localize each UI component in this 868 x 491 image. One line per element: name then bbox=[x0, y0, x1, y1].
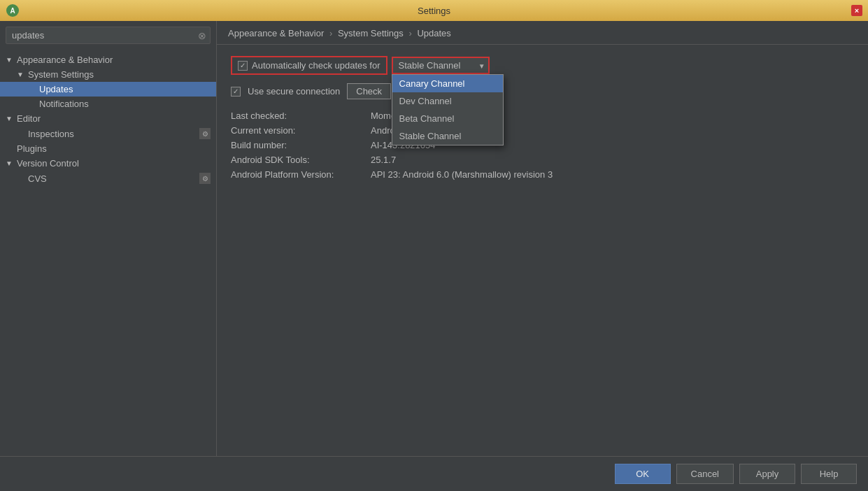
channel-dropdown-menu: Canary Channel Dev Channel Beta Channel … bbox=[392, 74, 504, 145]
app-logo: A bbox=[6, 3, 20, 17]
search-box: ⊗ bbox=[6, 27, 211, 44]
breadcrumb-part-1: System Settings bbox=[338, 28, 404, 38]
content-body: Automatically check updates for Canary C… bbox=[217, 45, 868, 456]
dropdown-option-dev[interactable]: Dev Channel bbox=[392, 92, 503, 110]
sidebar-item-system-settings[interactable]: ▼ System Settings bbox=[0, 67, 216, 82]
sidebar-item-label-vc: Version Control bbox=[17, 158, 79, 169]
content-area: Appearance & Behavior › System Settings … bbox=[217, 21, 868, 456]
sidebar-item-cvs[interactable]: CVS ⚙ bbox=[0, 171, 216, 186]
expand-arrow-notifications bbox=[28, 100, 36, 108]
channel-dropdown[interactable]: Canary Channel Dev Channel Beta Channel … bbox=[392, 57, 490, 74]
cvs-actions: ⚙ bbox=[199, 173, 211, 184]
sidebar-item-plugins[interactable]: Plugins bbox=[0, 141, 216, 156]
secure-connection-row: Use secure connection Check bbox=[231, 83, 854, 99]
cvs-config-btn[interactable]: ⚙ bbox=[199, 173, 211, 184]
expand-arrow-cvs bbox=[17, 175, 25, 183]
sidebar: ⊗ ▼ Appearance & Behavior ▼ System Setti… bbox=[0, 21, 217, 456]
auto-check-row: Automatically check updates for Canary C… bbox=[231, 56, 854, 75]
expand-arrow-vc: ▼ bbox=[6, 159, 14, 167]
sidebar-item-appearance[interactable]: ▼ Appearance & Behavior bbox=[0, 52, 216, 67]
check-now-button[interactable]: Check bbox=[347, 83, 391, 99]
breadcrumb-part-0: Appearance & Behavior bbox=[228, 28, 324, 38]
breadcrumb-sep-0: › bbox=[329, 28, 335, 38]
sidebar-item-label-plugins: Plugins bbox=[17, 143, 47, 154]
info-row-build-number: Build number: AI-143.2821654 bbox=[231, 140, 854, 150]
sidebar-item-label-appearance: Appearance & Behavior bbox=[17, 55, 113, 65]
breadcrumb-sep-1: › bbox=[408, 28, 414, 38]
search-input[interactable] bbox=[6, 27, 211, 44]
info-row-platform-version: Android Platform Version: API 23: Androi… bbox=[231, 169, 854, 180]
info-row-last-checked: Last checked: Moments ago bbox=[231, 111, 854, 121]
search-clear-icon[interactable]: ⊗ bbox=[198, 30, 206, 41]
secure-connection-label: Use secure connection bbox=[248, 86, 340, 97]
help-button[interactable]: Help bbox=[801, 464, 857, 484]
expand-arrow-plugins bbox=[6, 145, 14, 152]
sidebar-item-label-updates: Updates bbox=[39, 84, 73, 94]
auto-check-container: Automatically check updates for bbox=[231, 56, 387, 75]
inspections-config-btn[interactable]: ⚙ bbox=[199, 128, 211, 139]
sidebar-item-label-inspections: Inspections bbox=[28, 129, 74, 139]
sidebar-item-updates[interactable]: Updates bbox=[0, 82, 216, 97]
info-row-current-version: Current version: Android Studio 2.2 Prev… bbox=[231, 125, 854, 136]
info-value-sdk-tools: 25.1.7 bbox=[371, 155, 396, 165]
title-bar-controls: × bbox=[851, 5, 862, 16]
inspections-actions: ⚙ bbox=[199, 128, 211, 139]
expand-arrow-editor: ▼ bbox=[6, 115, 14, 122]
window-title: Settings bbox=[418, 6, 450, 16]
info-label-build-number: Build number: bbox=[231, 140, 371, 150]
info-row-sdk-tools: Android SDK Tools: 25.1.7 bbox=[231, 155, 854, 165]
breadcrumb: Appearance & Behavior › System Settings … bbox=[217, 21, 868, 45]
auto-check-label: Automatically check updates for bbox=[252, 60, 380, 71]
auto-check-checkbox[interactable] bbox=[238, 61, 248, 71]
bottom-bar: OK Cancel Apply Help bbox=[0, 456, 868, 491]
expand-arrow-appearance: ▼ bbox=[6, 56, 14, 64]
main-container: ⊗ ▼ Appearance & Behavior ▼ System Setti… bbox=[0, 21, 868, 456]
sidebar-item-label-system: System Settings bbox=[28, 69, 94, 80]
secure-connection-checkbox[interactable] bbox=[231, 87, 241, 97]
dropdown-option-canary[interactable]: Canary Channel bbox=[392, 75, 503, 92]
sidebar-item-inspections[interactable]: Inspections ⚙ bbox=[0, 126, 216, 141]
title-bar: A Settings × bbox=[0, 0, 868, 21]
close-button[interactable]: × bbox=[851, 5, 862, 16]
ok-button[interactable]: OK bbox=[615, 464, 671, 484]
expand-arrow-system: ▼ bbox=[17, 71, 25, 78]
expand-arrow-inspections bbox=[17, 130, 25, 138]
channel-dropdown-wrapper: Canary Channel Dev Channel Beta Channel … bbox=[392, 57, 490, 74]
info-label-platform-version: Android Platform Version: bbox=[231, 169, 371, 180]
sidebar-item-label-cvs: CVS bbox=[28, 173, 47, 184]
dropdown-option-beta[interactable]: Beta Channel bbox=[392, 110, 503, 127]
sidebar-item-notifications[interactable]: Notifications bbox=[0, 97, 216, 111]
info-value-platform-version: API 23: Android 6.0 (Marshmallow) revisi… bbox=[371, 169, 553, 180]
info-label-sdk-tools: Android SDK Tools: bbox=[231, 155, 371, 165]
sidebar-item-label-notifications: Notifications bbox=[39, 99, 89, 109]
sidebar-item-label-editor: Editor bbox=[17, 113, 41, 124]
sidebar-item-editor[interactable]: ▼ Editor bbox=[0, 111, 216, 126]
sidebar-item-version-control[interactable]: ▼ Version Control bbox=[0, 156, 216, 171]
info-label-current-version: Current version: bbox=[231, 125, 371, 136]
cancel-button[interactable]: Cancel bbox=[676, 464, 734, 484]
sidebar-tree: ▼ Appearance & Behavior ▼ System Setting… bbox=[0, 50, 216, 456]
svg-text:A: A bbox=[10, 7, 15, 15]
apply-button[interactable]: Apply bbox=[739, 464, 795, 484]
info-label-last-checked: Last checked: bbox=[231, 111, 371, 121]
dropdown-option-stable[interactable]: Stable Channel bbox=[392, 127, 503, 145]
expand-arrow-updates bbox=[28, 85, 36, 93]
breadcrumb-part-2: Updates bbox=[417, 28, 450, 38]
